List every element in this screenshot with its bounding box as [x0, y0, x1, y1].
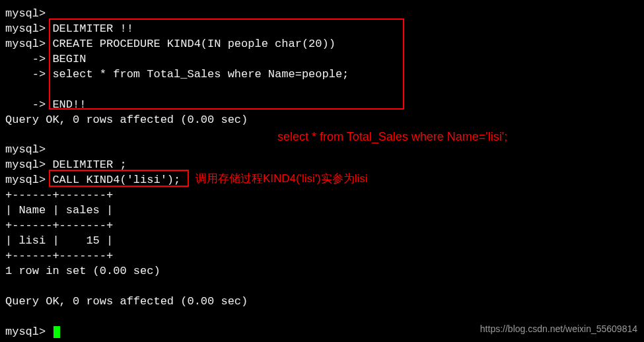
annotation-1: select * from Total_Sales where Name='li… — [277, 129, 507, 145]
terminal-output: Query OK, 0 rows affected (0.00 sec) — [5, 294, 639, 310]
terminal-output: 1 row in set (0.00 sec) — [5, 264, 639, 279]
terminal-line: -> END!! — [5, 98, 639, 113]
mysql-prompt: mysql> — [5, 38, 46, 50]
continuation-prompt: -> — [5, 68, 46, 81]
cmd-text: select * from Total_Sales where Name=peo… — [46, 68, 349, 81]
terminal-line: mysql> DELIMITER ; — [5, 158, 639, 173]
watermark-text: https://blog.csdn.net/weixin_55609814 — [480, 323, 637, 335]
cmd-text: DELIMITER ; — [46, 158, 126, 171]
cmd-text: DELIMITER !! — [46, 22, 133, 35]
mysql-prompt: mysql> — [5, 174, 46, 186]
cmd-text — [46, 325, 52, 338]
table-border: +------+-------+ — [5, 219, 639, 234]
mysql-prompt: mysql> — [5, 22, 46, 35]
table-border: +------+-------+ — [5, 249, 639, 264]
cmd-text: END!! — [46, 98, 86, 111]
cmd-text — [46, 143, 52, 156]
mysql-prompt: mysql> — [5, 7, 46, 20]
continuation-prompt: -> — [5, 98, 46, 111]
terminal-line — [5, 83, 639, 98]
terminal-line: mysql> DELIMITER !! — [5, 22, 639, 37]
table-border: +------+-------+ — [5, 188, 639, 203]
output-text: | lisi | 15 | — [5, 234, 113, 247]
cmd-text: CREATE PROCEDURE KIND4(IN people char(20… — [46, 38, 336, 50]
terminal-line: mysql> CREATE PROCEDURE KIND4(IN people … — [5, 37, 639, 52]
terminal-output: Query OK, 0 rows affected (0.00 sec) — [5, 113, 639, 128]
output-text: 1 row in set (0.00 sec) — [5, 265, 161, 277]
terminal-line: -> select * from Total_Sales where Name=… — [5, 67, 639, 83]
terminal-line: -> BEGIN — [5, 52, 639, 67]
output-text: | Name | sales | — [5, 204, 113, 217]
mysql-prompt: mysql> — [5, 158, 46, 171]
table-header: | Name | sales | — [5, 203, 639, 219]
terminal-line — [5, 279, 639, 294]
annotation-2: 调用存储过程KIND4('lisi')实参为lisi — [196, 172, 368, 187]
cmd-text — [46, 7, 52, 20]
cmd-text: BEGIN — [46, 53, 86, 65]
table-row: | lisi | 15 | — [5, 234, 639, 249]
output-text: Query OK, 0 rows affected (0.00 sec) — [5, 295, 248, 308]
mysql-prompt: mysql> — [5, 143, 46, 156]
output-text: +------+-------+ — [5, 250, 113, 262]
terminal-line: mysql> — [5, 143, 639, 158]
continuation-prompt: -> — [5, 53, 46, 65]
mysql-prompt: mysql> — [5, 325, 46, 338]
cursor-icon — [54, 326, 60, 338]
cmd-text: CALL KIND4('lisi'); — [46, 174, 180, 186]
terminal-line: mysql> — [5, 7, 639, 22]
output-text: Query OK, 0 rows affected (0.00 sec) — [5, 114, 248, 126]
output-text: +------+-------+ — [5, 219, 113, 232]
output-text: +------+-------+ — [5, 189, 113, 201]
